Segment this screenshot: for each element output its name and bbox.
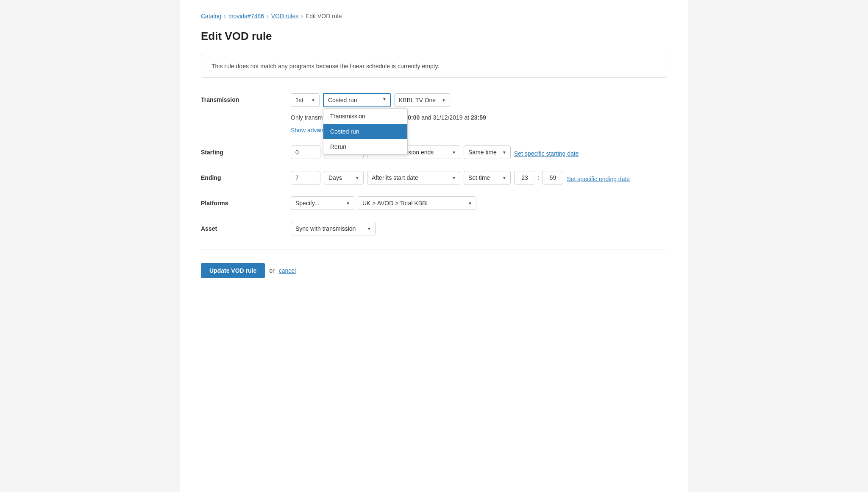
transmission-order-wrapper: 1st 2nd 3rd 4th ▼ bbox=[291, 93, 320, 107]
transmission-controls: 1st 2nd 3rd 4th ▼ Costed run ▼ Tran bbox=[291, 93, 667, 134]
cancel-link[interactable]: cancel bbox=[279, 267, 296, 274]
transmission-type-dropdown: Transmission Costed run Rerun bbox=[323, 108, 408, 155]
breadcrumb-current: Edit VOD rule bbox=[306, 13, 342, 20]
starting-time-select[interactable]: Same time Set time bbox=[464, 145, 511, 159]
ending-controls: Minutes Hours Days Weeks ▼ After its sta… bbox=[291, 171, 667, 184]
transmission-type-wrapper: Costed run ▼ Transmission Costed run Rer… bbox=[323, 93, 391, 107]
starting-time-wrapper: Same time Set time ▼ bbox=[464, 145, 511, 159]
ending-value-input[interactable] bbox=[291, 171, 320, 184]
ending-reference-wrapper: After its start date After transmission … bbox=[367, 171, 460, 184]
form-footer: Update VOD rule or cancel bbox=[201, 263, 667, 278]
platforms-section: Platforms Specify... All platforms ▼ UK … bbox=[201, 196, 667, 210]
platforms-row1: Specify... All platforms ▼ UK > AVOD > T… bbox=[291, 196, 476, 210]
or-text: or bbox=[269, 267, 274, 274]
ending-minute-input[interactable] bbox=[542, 171, 563, 184]
platforms-label: Platforms bbox=[201, 196, 286, 207]
ending-section: Ending Minutes Hours Days Weeks ▼ After … bbox=[201, 171, 667, 184]
breadcrumb-vod-rules[interactable]: VOD rules bbox=[271, 13, 299, 20]
ending-time-wrapper: Set time Same time ▼ bbox=[464, 171, 511, 184]
notice-box: This rule does not match any programs be… bbox=[201, 55, 667, 78]
ending-label: Ending bbox=[201, 171, 286, 181]
set-starting-date-link[interactable]: Set specific starting date bbox=[514, 150, 579, 157]
set-ending-date-link[interactable]: Set specific ending date bbox=[567, 176, 630, 182]
update-vod-rule-button[interactable]: Update VOD rule bbox=[201, 263, 265, 278]
platforms-platform-select[interactable]: UK > AVOD > Total KBBL UK > SVOD > Total… bbox=[358, 196, 476, 210]
time-colon: : bbox=[538, 174, 540, 182]
asset-controls: Sync with transmission Use specific asse… bbox=[291, 222, 667, 235]
ending-unit-select[interactable]: Minutes Hours Days Weeks bbox=[324, 171, 364, 184]
asset-section: Asset Sync with transmission Use specifi… bbox=[201, 222, 667, 235]
asset-wrapper: Sync with transmission Use specific asse… bbox=[291, 222, 376, 235]
breadcrumb-catalog[interactable]: Catalog bbox=[201, 13, 221, 20]
form-divider bbox=[201, 249, 667, 249]
ending-unit-wrapper: Minutes Hours Days Weeks ▼ bbox=[324, 171, 364, 184]
transmission-label: Transmission bbox=[201, 93, 286, 103]
dropdown-item-costed-run[interactable]: Costed run bbox=[323, 124, 407, 139]
starting-value-input[interactable] bbox=[291, 145, 320, 159]
platforms-specify-select[interactable]: Specify... All platforms bbox=[291, 196, 354, 210]
transmission-type-value: Costed run bbox=[328, 97, 357, 103]
starting-section: Starting Minutes Hours Days Weeks ▼ Afte… bbox=[201, 145, 667, 159]
dropdown-item-rerun[interactable]: Rerun bbox=[323, 139, 407, 154]
ending-time-select[interactable]: Set time Same time bbox=[464, 171, 511, 184]
transmission-section: Transmission 1st 2nd 3rd 4th ▼ Costed r bbox=[201, 93, 667, 134]
transmission-row1: 1st 2nd 3rd 4th ▼ Costed run ▼ Tran bbox=[291, 93, 450, 107]
starting-label: Starting bbox=[201, 145, 286, 156]
platforms-controls: Specify... All platforms ▼ UK > AVOD > T… bbox=[291, 196, 667, 210]
transmission-channel-select[interactable]: KBBL TV One KBBL TV Two bbox=[394, 93, 450, 107]
ending-hour-input[interactable] bbox=[514, 171, 535, 184]
asset-select[interactable]: Sync with transmission Use specific asse… bbox=[291, 222, 376, 235]
breadcrumb-movida[interactable]: movida#7486 bbox=[228, 13, 264, 20]
platforms-specify-wrapper: Specify... All platforms ▼ bbox=[291, 196, 354, 210]
ending-time-inputs: : bbox=[514, 171, 563, 184]
notice-text: This rule does not match any programs be… bbox=[211, 63, 439, 70]
asset-label: Asset bbox=[201, 222, 286, 232]
transmission-order-select[interactable]: 1st 2nd 3rd 4th bbox=[291, 93, 320, 107]
breadcrumb: Catalog › movida#7486 › VOD rules › Edit… bbox=[201, 13, 667, 20]
page-title: Edit VOD rule bbox=[201, 30, 667, 43]
transmission-channel-wrapper: KBBL TV One KBBL TV Two ▼ bbox=[394, 93, 450, 107]
ending-row1: Minutes Hours Days Weeks ▼ After its sta… bbox=[291, 171, 563, 184]
transmission-type-arrow: ▼ bbox=[382, 97, 387, 101]
platforms-platform-wrapper: UK > AVOD > Total KBBL UK > SVOD > Total… bbox=[358, 196, 476, 210]
dropdown-item-transmission[interactable]: Transmission bbox=[323, 109, 407, 124]
ending-reference-select[interactable]: After its start date After transmission … bbox=[367, 171, 460, 184]
transmission-type-select[interactable]: Costed run ▼ bbox=[323, 93, 391, 107]
